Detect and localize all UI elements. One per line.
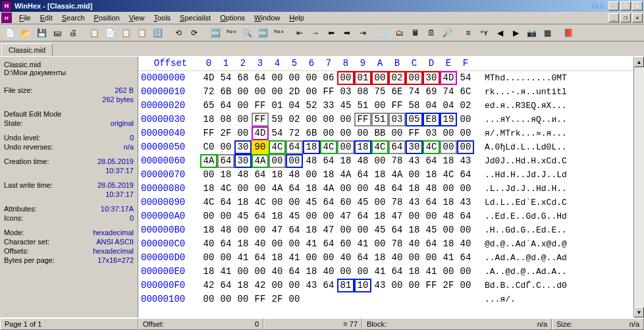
maximize-button[interactable]: ❐ xyxy=(620,1,631,11)
hex-byte[interactable]: 6B xyxy=(217,85,234,99)
hex-byte[interactable]: 00 xyxy=(406,251,423,265)
hex-byte[interactable]: 00 xyxy=(457,223,474,237)
hex-byte[interactable]: 00 xyxy=(234,113,252,126)
hex-byte[interactable]: 40 xyxy=(457,237,474,251)
hex-byte[interactable]: 00 xyxy=(337,71,354,85)
hex-byte[interactable]: 4C xyxy=(269,140,286,154)
hex-byte[interactable]: 00 xyxy=(286,292,303,306)
toolbar-button-21[interactable]: ⇤ xyxy=(292,26,307,40)
hex-byte[interactable]: 00 xyxy=(303,209,320,223)
menu-tools[interactable]: Tools xyxy=(149,13,175,23)
hex-byte[interactable]: 45 xyxy=(337,99,354,113)
hex-byte[interactable]: 48 xyxy=(303,154,320,168)
hex-byte[interactable]: 40 xyxy=(269,265,286,279)
menu-edit[interactable]: Edit xyxy=(36,13,57,23)
row-offset[interactable]: 000000B0 xyxy=(141,223,200,237)
hex-byte[interactable]: 00 xyxy=(440,126,457,140)
hex-byte[interactable]: 00 xyxy=(269,154,286,168)
row-offset[interactable]: 000000C0 xyxy=(141,237,200,251)
hex-byte[interactable]: 02 xyxy=(457,99,474,113)
ascii-text[interactable]: Bd.B..CdЃ.C...d0 xyxy=(485,279,567,292)
hex-row[interactable]: 000000F042641842000043648110430000FF2F00… xyxy=(138,279,633,292)
hex-byte[interactable]: 00 xyxy=(200,168,217,182)
toolbar-button-28[interactable]: 🗂 xyxy=(392,26,407,40)
hex-byte[interactable]: 00 xyxy=(217,140,234,154)
hex-byte[interactable]: 64 xyxy=(217,99,234,113)
hex-byte[interactable]: 41 xyxy=(217,265,234,279)
hex-byte[interactable]: 64 xyxy=(320,196,337,209)
hex-byte[interactable]: 54 xyxy=(217,71,234,85)
hex-byte[interactable]: 64 xyxy=(457,251,474,265)
menu-window[interactable]: Window xyxy=(250,13,284,23)
hex-row[interactable]: 000000D000004164184100004064184000004164… xyxy=(138,251,633,265)
hex-row[interactable]: 00000050C00030904C64184C00184C64304C0000… xyxy=(138,140,633,154)
hex-byte[interactable]: 64 xyxy=(286,182,303,196)
hex-row[interactable]: 000000904C64184C000045646045007843641843… xyxy=(138,196,633,209)
hex-col-4[interactable]: 4 xyxy=(269,57,286,70)
hex-byte[interactable]: 64 xyxy=(423,196,440,209)
hex-byte[interactable]: 60 xyxy=(337,196,354,209)
toolbar-button-34[interactable]: ˣʏ xyxy=(477,26,491,40)
hex-byte[interactable]: 30 xyxy=(423,71,440,85)
row-offset[interactable]: 00000090 xyxy=(141,196,200,209)
hex-byte[interactable]: 42 xyxy=(200,279,217,292)
hex-byte[interactable]: 64 xyxy=(354,209,371,223)
hex-byte[interactable]: 47 xyxy=(389,209,406,223)
hex-byte[interactable]: 48 xyxy=(286,168,303,182)
menu-options[interactable]: Options xyxy=(215,13,250,23)
hex-byte[interactable]: FF xyxy=(423,279,440,292)
ascii-text[interactable]: ...я/. xyxy=(485,292,516,306)
hex-byte[interactable]: 00 xyxy=(371,237,389,251)
hex-byte[interactable]: 43 xyxy=(457,154,474,168)
hex-byte[interactable]: 00 xyxy=(337,265,354,279)
hex-byte[interactable]: 40 xyxy=(406,237,423,251)
hex-byte[interactable]: C0 xyxy=(200,140,217,154)
hex-byte[interactable]: FF xyxy=(354,113,371,126)
row-offset[interactable]: 00000050 xyxy=(141,140,200,154)
hex-byte[interactable]: 00 xyxy=(457,279,474,292)
hex-byte[interactable]: 18 xyxy=(200,182,217,196)
hex-byte[interactable]: 64 xyxy=(252,251,269,265)
mdi-close-button[interactable]: ✕ xyxy=(632,13,643,22)
hex-byte[interactable]: 00 xyxy=(389,126,406,140)
toolbar-button-18[interactable]: 🔤 xyxy=(255,26,270,40)
hex-byte[interactable]: 4C xyxy=(252,196,269,209)
hex-byte[interactable]: 00 xyxy=(337,113,354,126)
hex-byte[interactable]: 78 xyxy=(389,237,406,251)
hex-byte[interactable]: 00 xyxy=(200,209,217,223)
hex-byte[interactable]: 00 xyxy=(217,251,234,265)
hex-byte[interactable]: 00 xyxy=(406,71,423,85)
hex-byte[interactable]: 41 xyxy=(286,251,303,265)
hex-byte[interactable]: 18 xyxy=(406,265,423,279)
scroll-track[interactable] xyxy=(634,67,644,307)
hex-byte[interactable]: 81 xyxy=(337,279,354,292)
hex-byte[interactable]: 4A xyxy=(389,168,406,182)
hex-byte[interactable]: 18 xyxy=(337,154,354,168)
hex-byte[interactable]: 30 xyxy=(234,154,252,168)
hex-byte[interactable]: 00 xyxy=(234,223,252,237)
hex-byte[interactable]: 2F xyxy=(217,126,234,140)
hex-byte[interactable]: 04 xyxy=(440,99,457,113)
hex-byte[interactable]: 51 xyxy=(354,99,371,113)
toolbar-button-37[interactable]: 📷 xyxy=(524,26,539,40)
toolbar-button-3[interactable]: 🖴 xyxy=(50,26,65,40)
hex-col-E[interactable]: E xyxy=(440,57,457,70)
ascii-text[interactable]: А.0ђLd.L..Ld0L.. xyxy=(485,140,567,154)
hex-col-2[interactable]: 2 xyxy=(234,57,252,70)
hex-byte[interactable]: 4D xyxy=(440,71,457,85)
hex-row[interactable]: 000000004D546864000000060001000200304D54… xyxy=(138,71,633,85)
hex-byte[interactable]: 18 xyxy=(234,237,252,251)
hex-byte[interactable]: 64 xyxy=(354,168,371,182)
hex-byte[interactable]: 47 xyxy=(320,223,337,237)
ascii-text[interactable]: ed.я..R3EQ.яX... xyxy=(485,99,567,113)
hex-byte[interactable]: 45 xyxy=(286,209,303,223)
hex-byte[interactable]: 64 xyxy=(389,223,406,237)
hex-byte[interactable]: 00 xyxy=(320,209,337,223)
hex-byte[interactable]: 4A xyxy=(252,154,269,168)
hex-byte[interactable]: 04 xyxy=(286,99,303,113)
ascii-text[interactable]: .L..Jd.J..Hd.H.. xyxy=(485,182,567,196)
hex-byte[interactable]: 72 xyxy=(200,85,217,99)
hex-byte[interactable]: 78 xyxy=(389,154,406,168)
menu-specialist[interactable]: Specialist xyxy=(175,13,215,23)
hex-byte[interactable]: 00 xyxy=(337,182,354,196)
